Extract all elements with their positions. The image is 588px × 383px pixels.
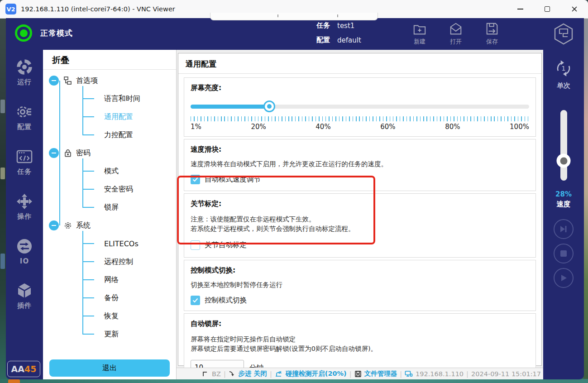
collapse-toggle-icon[interactable]: [49, 148, 59, 158]
tree-item-remote-control[interactable]: 远程控制: [82, 253, 176, 271]
speed-slider-handle[interactable]: [557, 154, 571, 168]
tick-label: 100%: [510, 123, 529, 131]
brightness-slider[interactable]: [191, 101, 529, 112]
tree-item-label: 安全密码: [104, 185, 133, 194]
auto-mode-speed-checkbox[interactable]: [191, 175, 200, 184]
speed-percentage: 28%: [555, 190, 572, 198]
ip-address: 192.168.1.110: [416, 370, 464, 378]
step-next-button[interactable]: [554, 219, 574, 239]
sidebar-item-label: 任务: [17, 168, 32, 176]
tree-item-label: 模式: [104, 167, 119, 176]
tree-item-network[interactable]: 网络: [82, 271, 176, 289]
sidebar-item-io[interactable]: IO: [15, 237, 33, 265]
tree-node-label: 密码: [76, 148, 91, 158]
tree-item-lock-screen[interactable]: 锁屏: [82, 198, 176, 216]
play-icon: [559, 274, 568, 282]
left-nav-rail: 运行 配置 任务: [6, 50, 43, 379]
minimize-button[interactable]: [507, 0, 534, 18]
vnc-toolbar-tab[interactable]: [210, 13, 378, 20]
desktop-icon-fragment: [0, 254, 5, 269]
maximize-button[interactable]: [534, 0, 561, 18]
network-icon: [405, 370, 413, 378]
new-task-button[interactable]: 新建: [406, 22, 433, 46]
sidebar-item-label: 运行: [17, 78, 32, 86]
robot-mode-status[interactable]: 正常模式: [15, 24, 73, 42]
open-task-icon: [449, 22, 463, 36]
auto-lock-label: 自动锁屏:: [191, 319, 529, 329]
file-manager-label[interactable]: 文件管理器: [364, 369, 397, 378]
sidebar-item-plugin[interactable]: 插件: [15, 282, 33, 310]
tree-item-label: 网络: [104, 275, 119, 285]
tree-item-update[interactable]: 更新: [82, 325, 176, 343]
sidebar-item-label: 操作: [17, 212, 32, 221]
task-label: 任务: [316, 21, 330, 30]
datetime: 2024-09-11 15:01:17: [471, 370, 541, 378]
collapse-toggle-icon[interactable]: [49, 76, 59, 86]
io-icon: [15, 237, 33, 255]
step-icon: [229, 370, 236, 378]
checkmark-icon: [192, 177, 198, 182]
badge-prefix: AA: [11, 364, 24, 374]
sidebar-item-task[interactable]: 任务: [15, 148, 33, 176]
checkbox-label: 自动模式速度调节: [205, 175, 261, 184]
window-title: 192.168.1.110 (intel-corei7-64:0) - VNC …: [21, 5, 175, 13]
tree-item-backup[interactable]: 备份: [82, 289, 176, 307]
tree-item-language-time[interactable]: 语言和时间: [82, 90, 176, 108]
collision-status[interactable]: 碰撞检测开启(20%): [286, 369, 347, 378]
header-actions: 新建 打开 保存: [406, 22, 506, 46]
single-run-icon: 1: [553, 58, 574, 79]
sidebar-item-configure[interactable]: 配置: [15, 103, 33, 131]
play-button[interactable]: [554, 268, 574, 288]
tree-node-preferences[interactable]: 首选项: [49, 72, 176, 90]
tree-item-general-config[interactable]: 通用配置: [82, 108, 176, 126]
joint-calibration-note2: 若系统处于远程模式，则关节会强制执行自动标定流程。: [191, 224, 529, 234]
collision-detection-icon: [275, 370, 283, 378]
lock-icon: [63, 148, 72, 158]
close-icon: [571, 6, 578, 12]
tree-collapse-header[interactable]: 折叠: [43, 50, 176, 70]
tick-label: 20%: [251, 123, 266, 131]
save-task-button[interactable]: 保存: [478, 22, 506, 46]
close-button[interactable]: [561, 0, 588, 18]
tree-item-force-config[interactable]: 力控配置: [82, 126, 176, 144]
separator: |: [400, 370, 402, 378]
exit-button[interactable]: 退出: [49, 359, 170, 377]
bz-label[interactable]: BZ: [212, 370, 221, 378]
screen: V2 192.168.1.110 (intel-corei7-64:0) - V…: [0, 0, 588, 383]
bz-tool-icon: [202, 370, 209, 378]
tree-item-label: 备份: [104, 293, 119, 303]
joint-auto-calibration-checkbox[interactable]: [191, 240, 200, 250]
status-bar: BZ | 步进 关闭 | 碰撞检测开启(20%) | 文件管理器: [177, 368, 543, 379]
brightness-label: 屏幕亮度:: [191, 83, 529, 93]
checkmark-icon: [192, 298, 198, 303]
tree-item-label: 远程控制: [104, 257, 133, 267]
tree-item-restore[interactable]: 恢复: [82, 307, 176, 325]
sidebar-item-run[interactable]: 运行: [15, 58, 33, 86]
single-run-label: 单次: [557, 81, 570, 90]
svg-text:1: 1: [561, 64, 565, 72]
new-task-label: 新建: [414, 38, 425, 46]
speed-slider-vertical[interactable]: [560, 110, 567, 181]
stop-button[interactable]: [554, 244, 574, 263]
tree-body: 首选项 语言和时间 通用配置 力控配置: [43, 70, 176, 356]
tree-item-mode[interactable]: 模式: [82, 162, 176, 180]
separator: |: [270, 370, 272, 378]
open-task-button[interactable]: 打开: [442, 22, 469, 46]
tree-item-elitecos[interactable]: ELITECOs: [82, 235, 176, 253]
tree-node-system[interactable]: 系统: [49, 216, 176, 235]
tree-item-safety-password[interactable]: 安全密码: [82, 180, 176, 198]
step-status[interactable]: 步进 关闭: [239, 369, 267, 378]
sidebar-item-operate[interactable]: 操作: [15, 192, 33, 221]
main-column: 通用配置 屏幕亮度: 1: [177, 50, 543, 379]
collapse-toggle-icon[interactable]: [49, 220, 59, 230]
joint-calibration-note1: 注意：该使能配置仅在非远程模式下生效。: [191, 215, 529, 224]
tree-item-label: ELITECOs: [104, 239, 139, 248]
checkbox-label: 控制模式切换: [205, 296, 247, 305]
single-run-mode[interactable]: 1 单次: [553, 58, 574, 90]
control-mode-checkbox[interactable]: [191, 296, 200, 305]
slider-tick-marks: [191, 116, 529, 121]
task-config-info: 任务 test1 配置 default: [316, 21, 361, 44]
slider-handle[interactable]: [263, 101, 275, 112]
tree-children-system: ELITECOs 远程控制 网络 备份 恢复 更新: [82, 235, 176, 343]
tree-node-password[interactable]: 密码: [49, 144, 176, 162]
